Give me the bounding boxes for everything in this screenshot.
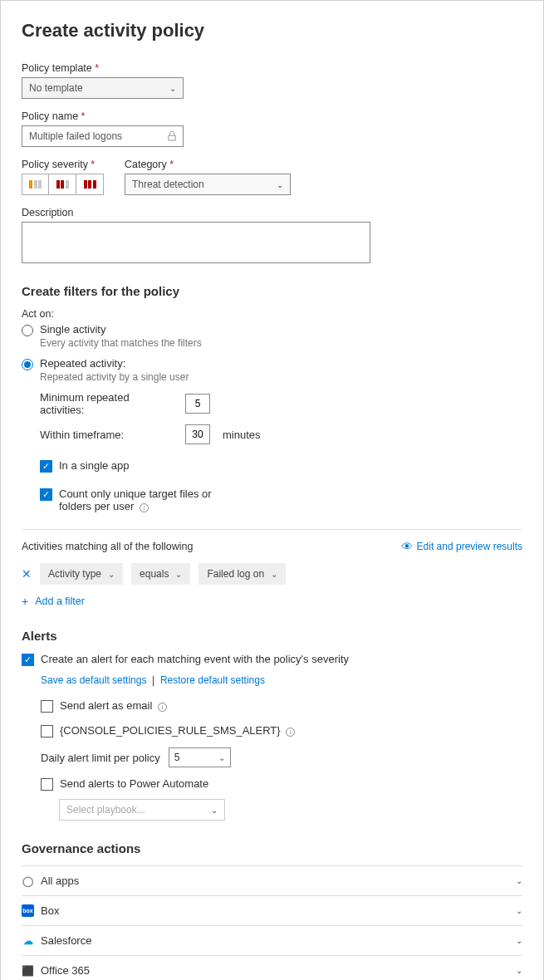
minutes-label: minutes (223, 429, 261, 441)
chevron-down-icon: ⌄ (277, 180, 283, 189)
app-icon: ☁ (22, 934, 34, 947)
daily-limit-label: Daily alert limit per policy (41, 752, 160, 764)
chevron-down-icon: ⌄ (271, 570, 277, 579)
governance-item[interactable]: ⬛ Office 365 ⌄ (22, 956, 522, 980)
playbook-placeholder: Select playbook... (66, 804, 145, 816)
chevron-down-icon: ⌄ (169, 84, 176, 93)
category-value: Threat detection (132, 179, 204, 190)
filters-header: Create filters for the policy (22, 284, 522, 298)
policy-severity-label: Policy severity (22, 159, 104, 170)
chevron-down-icon: ⌄ (175, 570, 182, 579)
chevron-down-icon: ⌄ (108, 570, 115, 579)
governance-item[interactable]: box Box ⌄ (22, 896, 522, 926)
category-select[interactable]: Threat detection ⌄ (125, 174, 291, 195)
add-filter-label: Add a filter (35, 595, 85, 607)
policy-template-value: No template (29, 82, 83, 94)
min-repeated-input[interactable] (185, 394, 210, 414)
save-default-link[interactable]: Save as default settings (41, 674, 146, 686)
policy-name-label: Policy name (22, 110, 522, 122)
repeated-activity-radio[interactable] (22, 359, 33, 370)
plus-icon: + (22, 595, 28, 608)
info-icon[interactable]: i (158, 703, 167, 712)
min-repeated-label: Minimum repeated activities: (40, 391, 173, 416)
policy-name-input[interactable]: Multiple failed logons (22, 125, 184, 147)
app-icon: box (22, 904, 34, 917)
info-icon[interactable]: i (286, 728, 295, 737)
governance-item-label: All apps (41, 875, 79, 887)
severity-high-button[interactable] (76, 174, 104, 195)
filter-value-value: Failed log on (207, 568, 264, 580)
sms-alert-checkbox[interactable] (41, 725, 53, 737)
power-automate-label: Send alerts to Power Automate (60, 777, 208, 790)
sms-alert-label: {CONSOLE_POLICIES_RULE_SMS_ALERT} (60, 724, 281, 737)
governance-item-label: Salesforce (41, 934, 91, 947)
eye-icon: 👁 (401, 540, 413, 553)
act-on-label: Act on: (22, 308, 522, 320)
lock-icon (168, 131, 176, 141)
power-automate-checkbox[interactable] (41, 778, 53, 791)
single-activity-radio[interactable] (22, 325, 33, 336)
activities-matching-label: Activities matching all of the following (22, 541, 193, 552)
link-separator: | (149, 674, 160, 686)
chevron-down-icon: ⌄ (516, 966, 522, 975)
single-activity-label: Single activity (40, 323, 202, 336)
governance-item[interactable]: ◯ All apps ⌄ (22, 866, 522, 896)
policy-template-label: Policy template (22, 62, 522, 74)
policy-name-value: Multiple failed logons (29, 130, 122, 142)
edit-preview-text: Edit and preview results (417, 541, 522, 552)
severity-medium-button[interactable] (49, 174, 76, 195)
in-single-app-checkbox[interactable]: ✓ (40, 460, 52, 473)
repeated-activity-sublabel: Repeated activity by a single user (40, 371, 189, 383)
page-title: Create activity policy (22, 20, 522, 42)
restore-default-link[interactable]: Restore default settings (160, 674, 265, 686)
info-icon[interactable]: i (140, 503, 149, 512)
count-unique-label: Count only unique target files or folder… (59, 488, 212, 512)
filter-field-value: Activity type (48, 568, 101, 580)
create-alert-label: Create an alert for each matching event … (41, 653, 349, 665)
chevron-down-icon: ⌄ (516, 906, 522, 915)
daily-limit-select[interactable]: 5 ⌄ (169, 747, 231, 767)
count-unique-checkbox[interactable]: ✓ (40, 488, 52, 501)
governance-item-label: Box (41, 904, 59, 917)
playbook-select[interactable]: Select playbook... ⌄ (59, 799, 225, 821)
category-label: Category (125, 159, 291, 170)
send-email-label: Send alert as email (60, 699, 152, 712)
chevron-down-icon: ⌄ (516, 936, 522, 945)
severity-low-button[interactable] (22, 174, 49, 195)
create-alert-checkbox[interactable]: ✓ (22, 654, 34, 666)
filter-value-select[interactable]: Failed log on ⌄ (198, 563, 286, 585)
filter-operator-select[interactable]: equals ⌄ (131, 563, 190, 585)
policy-template-select[interactable]: No template ⌄ (22, 77, 184, 99)
remove-filter-icon[interactable]: ✕ (22, 567, 32, 581)
daily-limit-value: 5 (174, 752, 180, 763)
within-timeframe-label: Within timeframe: (40, 429, 173, 441)
chevron-down-icon: ⌄ (218, 753, 225, 762)
edit-preview-link[interactable]: 👁 Edit and preview results (401, 540, 522, 553)
app-icon: ◯ (22, 875, 34, 887)
governance-item-label: Office 365 (41, 964, 90, 977)
governance-header: Governance actions (22, 841, 522, 855)
governance-item[interactable]: ☁ Salesforce ⌄ (22, 926, 522, 956)
app-icon: ⬛ (22, 964, 34, 977)
filter-field-select[interactable]: Activity type ⌄ (40, 563, 123, 585)
repeated-activity-label: Repeated activity: (40, 357, 189, 370)
in-single-app-label: In a single app (59, 459, 130, 472)
chevron-down-icon: ⌄ (211, 806, 218, 815)
filter-operator-value: equals (140, 568, 169, 580)
within-timeframe-input[interactable] (185, 424, 210, 444)
alerts-header: Alerts (22, 629, 522, 643)
severity-toggle[interactable] (22, 174, 104, 195)
svg-rect-0 (169, 135, 175, 140)
add-filter-button[interactable]: + Add a filter (22, 595, 522, 608)
description-textarea[interactable] (22, 222, 370, 263)
single-activity-sublabel: Every activity that matches the filters (40, 337, 202, 349)
send-email-checkbox[interactable] (41, 700, 53, 713)
description-label: Description (22, 207, 522, 218)
chevron-down-icon: ⌄ (516, 876, 522, 885)
